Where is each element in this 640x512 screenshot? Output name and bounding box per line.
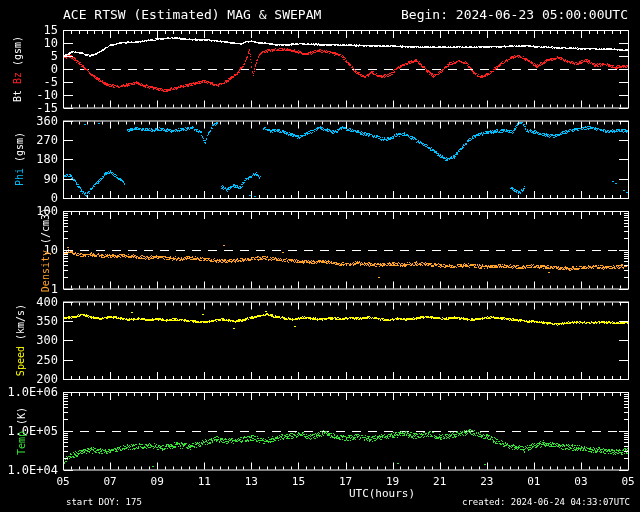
- y-tick-label: 0: [0, 62, 58, 76]
- y-axis-label: Temp (K): [16, 407, 27, 455]
- y-tick-label: -10: [0, 88, 58, 102]
- y-tick-label: 250: [0, 353, 58, 367]
- y-tick-label: 0: [0, 191, 58, 205]
- x-tick-label: 03: [565, 475, 597, 488]
- y-axis-label-part: Bz: [12, 66, 23, 84]
- y-axis-label-part: Bt: [12, 84, 23, 102]
- x-tick-label: 21: [424, 475, 456, 488]
- y-axis-label-part: (K): [16, 407, 27, 425]
- x-axis-title: UTC(hours): [349, 487, 415, 500]
- chart-canvas: [0, 0, 640, 512]
- x-tick-label: 23: [471, 475, 503, 488]
- y-tick-label: 5: [0, 49, 58, 63]
- x-tick-label: 13: [235, 475, 267, 488]
- screen: ACE RTSW (Estimated) MAG & SWEPAM Begin:…: [0, 0, 640, 512]
- y-axis-label-part: (gsm): [14, 132, 25, 162]
- x-tick-label: 05: [612, 475, 640, 488]
- y-tick-label: 1.0E+05: [0, 424, 58, 438]
- y-tick-label: 350: [0, 314, 58, 328]
- y-tick-label: 90: [0, 172, 58, 186]
- y-tick-label: -15: [0, 101, 58, 115]
- y-tick-label: 400: [0, 295, 58, 309]
- x-tick-label: 01: [518, 475, 550, 488]
- page-title: ACE RTSW (Estimated) MAG & SWEPAM: [63, 7, 321, 22]
- y-tick-label: 15: [0, 23, 58, 37]
- y-axis-label-part: Temp: [16, 425, 27, 455]
- y-axis-label-part: (km/s): [15, 304, 26, 340]
- y-axis-label: Density (/cm3): [40, 208, 51, 292]
- created-timestamp: created: 2024-06-24 04:33:07UTC: [462, 497, 630, 507]
- x-tick-label: 07: [94, 475, 126, 488]
- x-tick-label: 19: [377, 475, 409, 488]
- y-tick-label: 360: [0, 114, 58, 128]
- y-tick-label: 1.0E+06: [0, 385, 58, 399]
- y-axis-label: Bt Bz (gsm): [12, 36, 23, 102]
- begin-timestamp: Begin: 2024-06-23 05:00:00UTC: [401, 7, 628, 22]
- y-tick-label: -5: [0, 75, 58, 89]
- y-axis-label-part: (/cm3): [40, 208, 51, 244]
- start-doy-label: start DOY: 175: [66, 497, 142, 507]
- x-tick-label: 09: [141, 475, 173, 488]
- y-axis-label-part: Phi: [14, 162, 25, 186]
- y-axis-label-part: Speed: [15, 340, 26, 376]
- y-axis-label-part: Density: [40, 244, 51, 292]
- y-tick-label: 200: [0, 372, 58, 386]
- y-tick-label: 180: [0, 152, 58, 166]
- y-tick-label: 270: [0, 133, 58, 147]
- y-axis-label-part: (gsm): [12, 36, 23, 66]
- y-tick-label: 10: [0, 36, 58, 50]
- y-axis-label: Phi (gsm): [14, 132, 25, 186]
- x-tick-label: 15: [282, 475, 314, 488]
- x-tick-label: 17: [330, 475, 362, 488]
- x-tick-label: 05: [47, 475, 79, 488]
- y-tick-label: 300: [0, 333, 58, 347]
- y-axis-label: Speed (km/s): [15, 304, 26, 376]
- x-tick-label: 11: [188, 475, 220, 488]
